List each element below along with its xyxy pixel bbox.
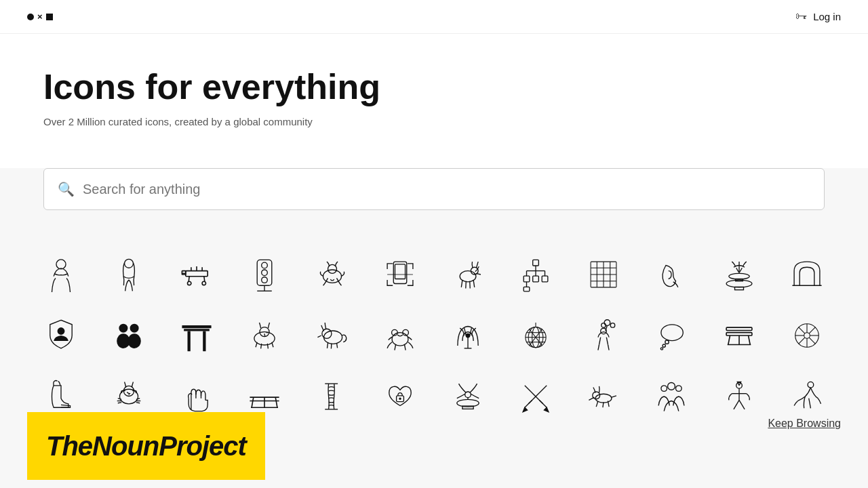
svg-point-44 bbox=[729, 274, 749, 280]
svg-rect-55 bbox=[184, 329, 210, 331]
svg-line-93 bbox=[728, 336, 730, 345]
svg-line-84 bbox=[606, 338, 608, 345]
hero-subtitle: Over 2 Million curated icons, created by… bbox=[43, 116, 825, 127]
svg-point-63 bbox=[392, 333, 408, 346]
logo-dot bbox=[27, 14, 34, 20]
svg-line-85 bbox=[598, 345, 599, 350]
key-icon: 🗝 bbox=[795, 9, 808, 24]
branding-block: TheNounProject bbox=[27, 412, 265, 480]
icon-person-braids[interactable] bbox=[95, 244, 163, 305]
svg-point-78 bbox=[604, 320, 610, 326]
login-button[interactable]: Log in bbox=[813, 11, 841, 22]
icon-couple[interactable] bbox=[95, 305, 163, 366]
icon-user-shield[interactable] bbox=[27, 305, 95, 366]
svg-point-139 bbox=[808, 382, 814, 388]
icon-phone-scan[interactable] bbox=[366, 244, 434, 305]
svg-rect-33 bbox=[542, 276, 548, 282]
svg-point-0 bbox=[56, 260, 66, 269]
icon-dragon[interactable] bbox=[298, 244, 366, 305]
svg-rect-47 bbox=[735, 287, 744, 290]
search-container: 🔍 bbox=[43, 168, 825, 210]
icon-arch[interactable] bbox=[773, 244, 841, 305]
svg-point-136 bbox=[675, 386, 682, 392]
svg-point-90 bbox=[660, 348, 663, 350]
svg-rect-56 bbox=[188, 331, 191, 352]
icon-tree-structure[interactable] bbox=[502, 244, 570, 305]
icon-person-scarf[interactable] bbox=[27, 244, 95, 305]
svg-point-60 bbox=[324, 331, 342, 344]
svg-point-51 bbox=[130, 324, 139, 333]
svg-point-49 bbox=[58, 327, 65, 335]
icon-goat[interactable] bbox=[434, 244, 502, 305]
svg-point-53 bbox=[127, 333, 140, 348]
search-box[interactable]: 🔍 bbox=[43, 168, 825, 210]
svg-rect-20 bbox=[393, 262, 406, 283]
svg-point-1 bbox=[125, 260, 134, 268]
svg-line-62 bbox=[317, 336, 321, 338]
svg-point-50 bbox=[119, 324, 127, 333]
svg-point-137 bbox=[668, 383, 675, 390]
svg-line-94 bbox=[749, 336, 751, 345]
icon-wombat[interactable] bbox=[231, 305, 298, 366]
svg-point-7 bbox=[188, 281, 191, 285]
svg-point-89 bbox=[663, 344, 665, 347]
svg-point-98 bbox=[804, 333, 810, 339]
hero-title: Icons for everything bbox=[43, 68, 825, 106]
icon-cart[interactable] bbox=[163, 244, 231, 305]
svg-line-105 bbox=[809, 327, 815, 333]
svg-point-8 bbox=[202, 281, 205, 285]
svg-line-106 bbox=[799, 338, 805, 344]
svg-rect-2 bbox=[186, 271, 208, 277]
bottom-overlay: TheNounProject Keep Browsing bbox=[0, 400, 868, 488]
svg-rect-91 bbox=[726, 333, 752, 336]
icon-torii[interactable] bbox=[163, 305, 231, 366]
svg-line-83 bbox=[599, 338, 601, 345]
search-input[interactable] bbox=[83, 182, 810, 197]
icon-wifi-signal[interactable] bbox=[434, 305, 502, 366]
login-area[interactable]: 🗝 Log in bbox=[795, 9, 841, 24]
svg-rect-35 bbox=[524, 287, 530, 291]
svg-line-103 bbox=[799, 327, 805, 333]
logo-x: × bbox=[37, 12, 43, 21]
svg-rect-92 bbox=[726, 327, 752, 330]
svg-rect-25 bbox=[533, 260, 539, 266]
svg-point-15 bbox=[262, 277, 268, 283]
svg-rect-54 bbox=[182, 325, 211, 328]
icon-disco-ball[interactable] bbox=[502, 305, 570, 366]
header: × 🗝 Log in bbox=[0, 0, 868, 34]
svg-point-87 bbox=[661, 325, 683, 341]
svg-point-14 bbox=[262, 270, 268, 276]
svg-point-88 bbox=[665, 340, 669, 344]
icon-grid-pattern[interactable] bbox=[570, 244, 637, 305]
icon-thought-bubble[interactable] bbox=[637, 305, 705, 366]
icon-scottish-terrier[interactable] bbox=[298, 305, 366, 366]
icon-ear[interactable] bbox=[637, 244, 705, 305]
svg-line-86 bbox=[608, 345, 609, 350]
svg-point-13 bbox=[262, 262, 268, 268]
icon-traffic-light[interactable] bbox=[231, 244, 298, 305]
keep-browsing-link[interactable]: Keep Browsing bbox=[768, 418, 841, 430]
branding-title: TheNounProject bbox=[46, 431, 246, 462]
icon-frog[interactable] bbox=[366, 305, 434, 366]
svg-rect-4 bbox=[182, 271, 185, 274]
search-icon: 🔍 bbox=[58, 181, 75, 197]
svg-line-104 bbox=[809, 338, 815, 344]
logo[interactable]: × bbox=[27, 12, 53, 21]
icon-wheel[interactable] bbox=[773, 305, 841, 366]
svg-rect-21 bbox=[395, 264, 405, 279]
svg-rect-12 bbox=[257, 260, 272, 286]
hero-section: Icons for everything Over 2 Million cura… bbox=[0, 34, 868, 168]
svg-rect-57 bbox=[203, 331, 205, 352]
keep-browsing-area: Keep Browsing bbox=[768, 412, 841, 430]
svg-point-79 bbox=[610, 323, 614, 327]
logo-square bbox=[46, 14, 53, 20]
icon-fountain[interactable] bbox=[705, 244, 773, 305]
svg-rect-32 bbox=[533, 276, 539, 282]
svg-rect-31 bbox=[524, 276, 530, 282]
svg-point-66 bbox=[466, 333, 469, 337]
icon-balloon-person[interactable] bbox=[570, 305, 637, 366]
svg-point-135 bbox=[661, 386, 667, 392]
icon-bench[interactable] bbox=[705, 305, 773, 366]
